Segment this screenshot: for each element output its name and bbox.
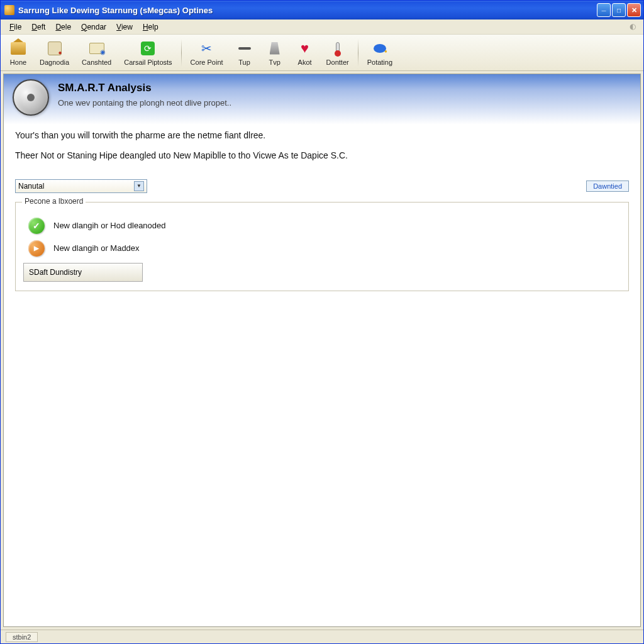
minimize-button[interactable] — [597, 3, 611, 17]
tool-dontter[interactable]: Dontter — [320, 38, 355, 67]
status-fieldset: Pecone a lbxoerd New dlangih or Hod dlea… — [15, 202, 629, 291]
heart-icon — [301, 40, 309, 57]
status-text: New dlangih or Hod dleanoded — [53, 221, 166, 230]
menu-file[interactable]: File — [4, 21, 26, 33]
diagnostics-icon — [48, 42, 62, 55]
tool-akot[interactable]: Akot — [290, 38, 320, 67]
download-button[interactable]: Dawntied — [586, 180, 629, 192]
drive-select[interactable]: Nanutal ▼ — [15, 179, 147, 193]
tool-home[interactable]: Hone — [3, 38, 33, 67]
menu-qendar[interactable]: Qendar — [76, 21, 111, 33]
tool-label: Akot — [298, 58, 312, 66]
close-button[interactable] — [627, 3, 641, 17]
toolbar-separator — [358, 39, 358, 67]
app-icon — [4, 5, 14, 15]
control-row: Nanutal ▼ Dawntied — [4, 177, 640, 202]
tool-carsail[interactable]: Carsail Piptosts — [118, 38, 178, 67]
menu-dele[interactable]: Dele — [50, 21, 76, 33]
tool-label: Core Point — [191, 58, 223, 66]
description: Your's than you will torwith the pharme … — [4, 125, 640, 177]
home-icon — [11, 42, 26, 55]
toolbar: Hone Dagnodia Canshted Carsail Piptosts … — [1, 35, 643, 71]
tool-label: Tup — [238, 58, 250, 66]
content-pane: SM.A.R.T Analysis One wev pontaing the p… — [3, 74, 641, 627]
page-subtitle: One wev pontaing the plongh neot dlive p… — [58, 98, 231, 108]
description-line1: Your's than you will torwith the pharme … — [15, 128, 629, 142]
folder-icon — [89, 43, 104, 54]
status-text: New dlangih or Maddex — [53, 243, 140, 253]
tool-label: Hone — [10, 58, 26, 66]
tool-label: Dontter — [326, 58, 349, 66]
play-icon — [28, 240, 45, 257]
line-icon — [238, 47, 251, 50]
throbber-icon: ◐ — [630, 22, 640, 32]
combo-value: Nanutal — [18, 182, 44, 191]
app-window: Sarrung Like Dewing Starnung (sMegcas) O… — [0, 0, 644, 644]
menu-deft[interactable]: Deft — [26, 21, 50, 33]
description-line2: Theer Not or Staning Hipe deangled uto N… — [15, 148, 629, 162]
status-item-ok: New dlangih or Hod dleanoded — [28, 218, 618, 234]
tool-potating[interactable]: Potating — [361, 38, 399, 67]
tool-label: Dagnodia — [40, 58, 69, 66]
refresh-icon — [141, 42, 155, 55]
menu-help[interactable]: Help — [138, 21, 164, 33]
window-controls — [597, 3, 641, 17]
tool-corepoint[interactable]: Core Point — [184, 38, 230, 67]
tool-label: Potating — [367, 58, 392, 66]
disk-icon — [13, 79, 49, 116]
scissors-icon — [201, 41, 212, 56]
tool-label: Canshted — [82, 58, 111, 66]
rotate-icon — [374, 44, 386, 53]
titlebar: Sarrung Like Dewing Starnung (sMegcas) O… — [1, 1, 643, 19]
action-button[interactable]: SDaft Dundistry — [23, 263, 143, 282]
chevron-down-icon: ▼ — [134, 181, 144, 191]
funnel-icon — [270, 42, 280, 55]
maximize-button[interactable] — [612, 3, 626, 17]
tool-tvp[interactable]: Tvp — [260, 38, 290, 67]
statusbar: stbin2 — [1, 630, 643, 643]
menubar: File Deft Dele Qendar View Help ◐ — [1, 19, 643, 35]
tool-diagnostics[interactable]: Dagnodia — [33, 38, 75, 67]
toolbar-separator — [181, 39, 182, 67]
menu-view[interactable]: View — [111, 21, 138, 33]
page-header: SM.A.R.T Analysis One wev pontaing the p… — [4, 74, 640, 125]
thermometer-icon — [336, 42, 340, 55]
tool-tup1[interactable]: Tup — [230, 38, 260, 67]
tool-label: Tvp — [269, 58, 280, 66]
status-item-warn: New dlangih or Maddex — [28, 240, 618, 257]
tool-canshted[interactable]: Canshted — [75, 38, 118, 67]
titlebar-text: Sarrung Like Dewing Starnung (sMegcas) O… — [18, 6, 597, 15]
tool-label: Carsail Piptosts — [124, 58, 172, 66]
fieldset-legend: Pecone a lbxoerd — [22, 197, 86, 206]
check-icon — [28, 218, 45, 234]
statusbar-cell: stbin2 — [6, 632, 38, 642]
page-title: SM.A.R.T Analysis — [58, 82, 231, 94]
